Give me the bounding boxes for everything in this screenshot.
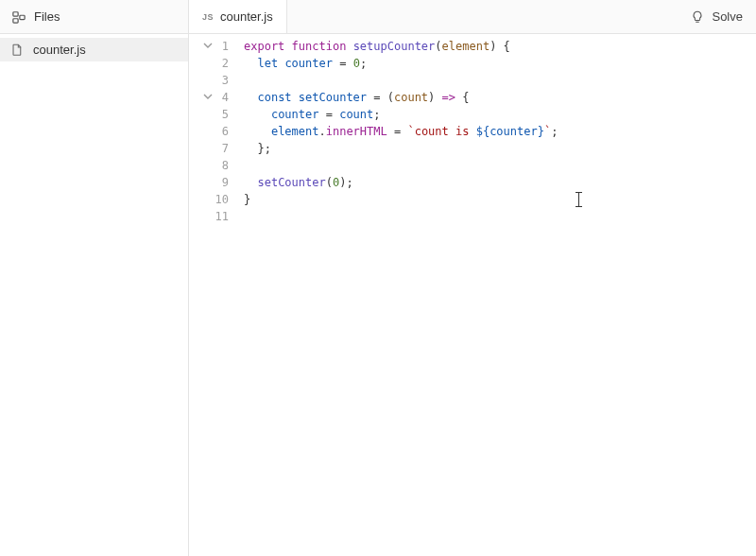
tab-bar: JS counter.js — [189, 0, 678, 33]
gutter-line: 2 — [189, 55, 234, 72]
gutter-line: 9 — [189, 174, 234, 191]
chevron-down-icon[interactable] — [202, 40, 214, 51]
gutter-line: 1 — [189, 38, 234, 55]
gutter-line: 11 — [189, 208, 234, 225]
file-item-counter-js[interactable]: counter.js — [0, 38, 188, 61]
line-number: 1 — [214, 38, 229, 55]
files-panel-label: Files — [34, 9, 60, 24]
gutter-line: 7 — [189, 140, 234, 157]
code-line[interactable] — [244, 157, 756, 174]
main-area: counter.js 1234567891011 export function… — [0, 34, 756, 556]
line-number: 9 — [214, 174, 229, 191]
code-line[interactable]: } — [244, 191, 756, 208]
code-line[interactable]: setCounter(0); — [244, 174, 756, 191]
gutter-line: 10 — [189, 191, 234, 208]
files-sidebar: counter.js — [0, 34, 189, 556]
svg-rect-2 — [20, 15, 25, 19]
file-item-label: counter.js — [33, 43, 86, 57]
code-editor[interactable]: 1234567891011 export function setupCount… — [189, 34, 756, 556]
line-number: 2 — [214, 55, 229, 72]
code-line[interactable]: const setCounter = (count) => { — [244, 89, 756, 106]
tab-counter-js[interactable]: JS counter.js — [189, 0, 287, 33]
code-line[interactable]: counter = count; — [244, 106, 756, 123]
code-line[interactable] — [244, 72, 756, 89]
files-panel-header[interactable]: Files — [0, 0, 189, 33]
line-number: 6 — [214, 123, 229, 140]
gutter-line: 5 — [189, 106, 234, 123]
code-line[interactable]: let counter = 0; — [244, 55, 756, 72]
line-number: 5 — [214, 106, 229, 123]
line-number: 8 — [214, 157, 229, 174]
svg-rect-0 — [13, 11, 18, 15]
code-line[interactable]: element.innerHTML = `count is ${counter}… — [244, 123, 756, 140]
lightbulb-icon — [691, 9, 706, 25]
file-icon — [11, 43, 26, 57]
tab-label: counter.js — [220, 9, 273, 24]
line-number: 4 — [214, 89, 229, 106]
code-line[interactable]: }; — [244, 140, 756, 157]
line-number: 10 — [214, 191, 229, 208]
svg-rect-1 — [13, 18, 18, 22]
files-tree-icon — [11, 9, 26, 25]
line-number: 7 — [214, 140, 229, 157]
gutter-line: 3 — [189, 72, 234, 89]
solve-label: Solve — [712, 9, 743, 24]
code-area[interactable]: export function setupCounter(element) { … — [234, 34, 756, 556]
gutter-line: 6 — [189, 123, 234, 140]
code-line[interactable]: export function setupCounter(element) { — [244, 38, 756, 55]
chevron-down-icon[interactable] — [202, 91, 214, 102]
top-bar: Files JS counter.js Solve — [0, 0, 756, 34]
solve-button[interactable]: Solve — [678, 0, 756, 33]
gutter-line: 4 — [189, 89, 234, 106]
line-number: 3 — [214, 72, 229, 89]
js-file-icon: JS — [202, 12, 214, 22]
code-line[interactable] — [244, 208, 756, 225]
gutter: 1234567891011 — [189, 34, 234, 556]
line-number: 11 — [214, 208, 229, 225]
gutter-line: 8 — [189, 157, 234, 174]
